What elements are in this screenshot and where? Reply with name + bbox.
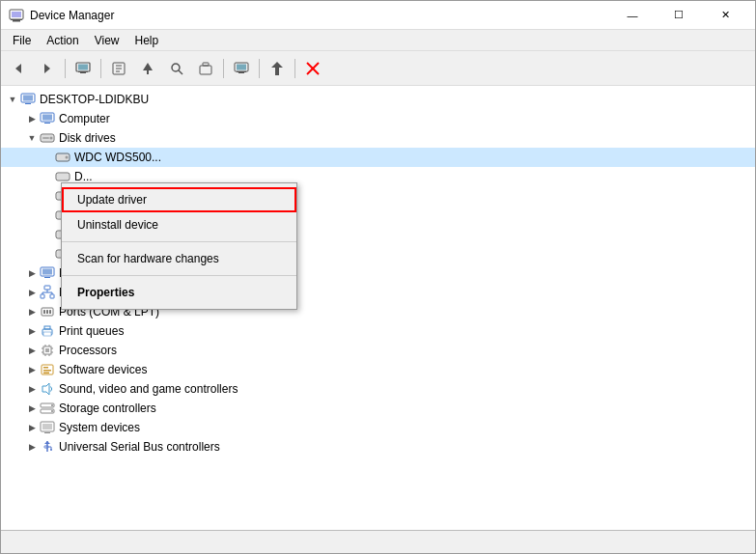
toolbar-update-driver-button[interactable] bbox=[134, 55, 161, 82]
tree-item-disk-wdc[interactable]: ▶ WDC WDS500... bbox=[1, 148, 755, 167]
menu-action[interactable]: Action bbox=[39, 32, 86, 49]
menu-help[interactable]: Help bbox=[127, 32, 167, 49]
svg-rect-22 bbox=[238, 72, 244, 73]
window-title: Device Manager bbox=[30, 9, 114, 22]
tree-item-system[interactable]: ▶ System devices bbox=[1, 418, 755, 437]
svg-rect-87 bbox=[42, 424, 52, 429]
minimize-button[interactable]: — bbox=[610, 1, 655, 30]
toolbar-separator-2 bbox=[100, 59, 101, 78]
svg-point-39 bbox=[66, 156, 69, 159]
svg-rect-2 bbox=[11, 19, 22, 20]
tree-item-desktop[interactable]: ▼ DESKTOP-LDIDKBU bbox=[1, 90, 755, 109]
expand-computer[interactable]: ▶ bbox=[24, 111, 40, 126]
svg-rect-68 bbox=[45, 348, 49, 352]
tree-item-sound[interactable]: ▶ Sound, video and game controllers bbox=[1, 379, 755, 399]
toolbar-computer-button[interactable] bbox=[70, 55, 97, 82]
toolbar-separator-4 bbox=[259, 59, 260, 78]
toolbar-uninstall-button[interactable] bbox=[192, 55, 219, 82]
system-label: System devices bbox=[59, 421, 140, 434]
app-icon bbox=[9, 8, 24, 23]
tree-item-storage[interactable]: ▶ Storage controllers bbox=[1, 399, 755, 418]
usb-label: Universal Serial Bus controllers bbox=[59, 440, 220, 454]
svg-rect-21 bbox=[237, 64, 246, 69]
software-label: Software devices bbox=[59, 363, 147, 376]
svg-point-35 bbox=[50, 137, 53, 140]
expand-disk-drives[interactable]: ▼ bbox=[24, 130, 40, 146]
svg-rect-1 bbox=[13, 20, 20, 22]
svg-rect-28 bbox=[23, 96, 33, 101]
tree-item-disk-drives[interactable]: ▼ Disk drives bbox=[1, 128, 755, 148]
title-bar: Device Manager — ☐ ✕ bbox=[1, 1, 755, 30]
svg-point-94 bbox=[50, 449, 52, 451]
svg-point-16 bbox=[172, 64, 180, 71]
menu-file[interactable]: File bbox=[5, 32, 39, 49]
svg-rect-9 bbox=[78, 71, 88, 72]
maximize-button[interactable]: ☐ bbox=[657, 1, 701, 30]
svg-rect-32 bbox=[44, 123, 50, 124]
svg-rect-3 bbox=[12, 12, 21, 17]
svg-rect-54 bbox=[41, 294, 44, 298]
svg-marker-81 bbox=[42, 383, 49, 395]
svg-rect-63 bbox=[49, 310, 51, 314]
toolbar-back-button[interactable] bbox=[5, 55, 32, 82]
svg-marker-90 bbox=[44, 441, 50, 444]
svg-rect-65 bbox=[44, 326, 50, 329]
network-icon bbox=[40, 285, 55, 300]
sound-icon bbox=[40, 381, 55, 397]
title-bar-left: Device Manager bbox=[9, 8, 114, 23]
svg-rect-88 bbox=[44, 432, 50, 433]
svg-rect-78 bbox=[43, 367, 48, 369]
toolbar-properties-button[interactable] bbox=[105, 55, 132, 82]
toolbar bbox=[1, 51, 755, 86]
toolbar-delete-button[interactable] bbox=[299, 55, 326, 82]
status-bar bbox=[1, 530, 755, 553]
svg-marker-24 bbox=[271, 62, 283, 75]
sound-label: Sound, video and game controllers bbox=[59, 382, 238, 396]
processor-icon bbox=[40, 343, 55, 358]
device-manager-window: Device Manager — ☐ ✕ File Action View He… bbox=[0, 0, 756, 554]
context-properties[interactable]: Properties bbox=[62, 280, 296, 305]
svg-rect-31 bbox=[42, 115, 52, 121]
svg-marker-14 bbox=[143, 63, 153, 70]
svg-rect-61 bbox=[43, 310, 45, 314]
context-scan-hardware[interactable]: Scan for hardware changes bbox=[62, 246, 296, 271]
svg-rect-19 bbox=[203, 63, 209, 66]
svg-rect-80 bbox=[43, 373, 49, 374]
tree-item-usb[interactable]: ▶ Universal Serial Bus controllers bbox=[1, 437, 755, 457]
svg-rect-7 bbox=[78, 64, 88, 69]
close-button[interactable]: ✕ bbox=[703, 1, 747, 30]
svg-marker-5 bbox=[44, 64, 50, 73]
toolbar-update-button[interactable] bbox=[264, 55, 291, 82]
svg-rect-8 bbox=[80, 72, 86, 73]
context-uninstall-device[interactable]: Uninstall device bbox=[62, 212, 296, 237]
svg-marker-4 bbox=[15, 64, 21, 73]
disk-drives-label: Disk drives bbox=[59, 131, 116, 145]
toolbar-forward-button[interactable] bbox=[34, 55, 61, 82]
expand-desktop[interactable]: ▼ bbox=[5, 92, 20, 107]
tree-item-print[interactable]: ▶ Print queues bbox=[1, 321, 755, 341]
svg-rect-41 bbox=[57, 174, 69, 180]
svg-rect-53 bbox=[44, 286, 50, 290]
tree-item-software[interactable]: ▶ Software devices bbox=[1, 360, 755, 379]
menu-view[interactable]: View bbox=[87, 32, 127, 49]
desktop-label: DESKTOP-LDIDKBU bbox=[40, 93, 149, 106]
svg-rect-18 bbox=[200, 66, 211, 74]
disk-d-label: D... bbox=[74, 170, 93, 183]
computer-label: Computer bbox=[59, 112, 110, 125]
svg-point-85 bbox=[51, 410, 53, 412]
tree-item-processors[interactable]: ▶ Processors bbox=[1, 341, 755, 360]
print-label: Print queues bbox=[59, 324, 124, 338]
svg-rect-29 bbox=[25, 103, 31, 104]
desktop-icon bbox=[20, 92, 36, 107]
print-icon bbox=[40, 323, 55, 339]
toolbar-monitor-button[interactable] bbox=[228, 55, 255, 82]
disk-wdc-icon bbox=[55, 150, 70, 165]
svg-rect-36 bbox=[42, 137, 49, 139]
ports-icon bbox=[40, 304, 55, 319]
context-update-driver[interactable]: Update driver bbox=[62, 187, 296, 212]
toolbar-separator-1 bbox=[65, 59, 66, 78]
disk-wdc-label: WDC WDS500... bbox=[74, 151, 161, 164]
toolbar-scan-button[interactable] bbox=[163, 55, 190, 82]
tree-item-computer[interactable]: ▶ Computer bbox=[1, 109, 755, 128]
svg-rect-62 bbox=[46, 310, 48, 314]
